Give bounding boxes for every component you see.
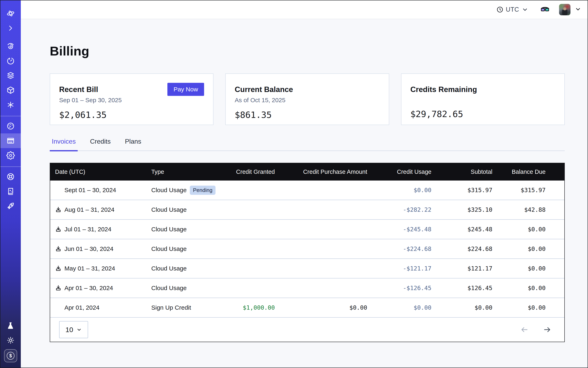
current-balance-amount: $861.35 xyxy=(235,110,380,120)
download-invoice-button[interactable] xyxy=(55,265,62,272)
credits-remaining-amount: $29,782.65 xyxy=(410,109,555,119)
subtotal: $315.97 xyxy=(431,181,492,200)
credit-purchase-amount xyxy=(275,200,367,219)
column-header-type: Type xyxy=(151,163,217,181)
account-menu-button[interactable] xyxy=(575,6,581,13)
table-row: May 01 – 31, 2024 Cloud Usage -$121.17 $… xyxy=(50,259,564,278)
invoice-date: Aug 01 – 31, 2024 xyxy=(64,206,114,213)
table-row: Apr 01, 2024 Sign Up Credit $1,000.00 $0… xyxy=(50,298,564,318)
column-header-subtotal: Subtotal xyxy=(431,163,492,181)
current-balance-card: Current Balance As of Oct 15, 2025 $861.… xyxy=(225,74,389,125)
credit-purchase-amount xyxy=(275,278,367,298)
download-invoice-button[interactable] xyxy=(55,226,62,232)
subtotal: $0.00 xyxy=(431,298,492,317)
rocket-icon[interactable] xyxy=(0,199,21,213)
billing-period: Sep 01 – Sep 30, 2025 xyxy=(59,97,204,104)
recent-bill-card: Recent Bill Sep 01 – Sep 30, 2025 $2,061… xyxy=(50,74,213,125)
credit-purchase-amount xyxy=(275,220,367,239)
cube-icon[interactable] xyxy=(0,83,21,98)
column-header-credit-usage: Credit Usage xyxy=(367,163,431,181)
credits-remaining-card: Credits Remaining $29,782.65 xyxy=(401,74,565,125)
table-footer: 10 xyxy=(50,318,564,342)
tab-plans[interactable]: Plans xyxy=(123,138,143,151)
subtotal: $245.48 xyxy=(431,220,492,239)
invoice-date: Jun 01 – 30, 2024 xyxy=(64,245,113,252)
page-size-select[interactable]: 10 xyxy=(59,321,88,338)
credit-purchase-amount: $0.00 xyxy=(275,298,367,317)
sidebar-item-billing[interactable] xyxy=(0,133,21,148)
chevron-down-icon xyxy=(76,327,82,332)
billing-tabs: Invoices Credits Plans xyxy=(50,138,565,151)
timezone-label: UTC xyxy=(506,6,519,13)
card-title: Credits Remaining xyxy=(410,85,555,94)
sun-icon[interactable] xyxy=(0,333,21,348)
subtotal: $224.68 xyxy=(431,239,492,258)
user-avatar[interactable] xyxy=(559,4,570,15)
subtotal: $121.17 xyxy=(431,259,492,278)
credit-granted xyxy=(217,259,275,278)
tab-credits[interactable]: Credits xyxy=(88,138,113,151)
balance-due: $0.00 xyxy=(492,220,546,239)
balance-due: $0.00 xyxy=(492,298,546,317)
credit-granted xyxy=(217,220,275,239)
credit-purchase-amount xyxy=(275,239,367,258)
balance-due: $0.00 xyxy=(492,278,546,298)
arrow-right-icon xyxy=(543,326,551,334)
timezone-selector[interactable]: UTC xyxy=(497,6,528,13)
invoices-table: Date (UTC) Type Credit Granted Credit Pu… xyxy=(50,163,565,342)
gauge-icon[interactable] xyxy=(0,119,21,133)
spiral-icon[interactable] xyxy=(0,39,21,54)
column-header-credit-granted: Credit Granted xyxy=(217,163,275,181)
credit-usage: -$245.48 xyxy=(367,220,431,239)
topbar: UTC xyxy=(21,0,588,19)
next-page-button[interactable] xyxy=(543,325,552,334)
lifebuoy-icon[interactable] xyxy=(0,169,21,184)
pay-now-button[interactable]: Pay Now xyxy=(167,83,204,96)
credit-usage: $0.00 xyxy=(367,181,431,200)
credit-usage: $0.00 xyxy=(367,298,431,317)
layers-icon[interactable] xyxy=(0,68,21,83)
download-invoice-button[interactable] xyxy=(55,246,62,252)
balance-due: $42.88 xyxy=(492,200,546,219)
chevron-down-icon xyxy=(522,6,528,13)
credit-granted xyxy=(217,181,275,200)
download-invoice-button[interactable] xyxy=(55,285,62,291)
credit-usage: -$224.68 xyxy=(367,239,431,258)
tab-invoices[interactable]: Invoices xyxy=(50,138,78,151)
chevron-right-icon[interactable] xyxy=(0,21,21,36)
balance-due: $315.97 xyxy=(492,181,546,200)
table-row: Jun 01 – 30, 2024 Cloud Usage -$224.68 $… xyxy=(50,239,564,259)
card-title: Current Balance xyxy=(235,85,380,94)
sidebar: $ xyxy=(0,0,21,368)
previous-page-button[interactable] xyxy=(520,325,529,334)
asterisk-icon[interactable] xyxy=(0,98,21,112)
flask-icon[interactable] xyxy=(0,318,21,333)
invoice-date: Sept 01 – 30, 2024 xyxy=(64,187,116,193)
chevron-down-icon xyxy=(575,6,581,13)
timer-icon[interactable] xyxy=(0,54,21,68)
book-sparkle-icon[interactable] xyxy=(0,184,21,199)
3d-glasses-button[interactable] xyxy=(540,5,550,14)
table-row: Sept 01 – 30, 2024 Cloud UsagePending $0… xyxy=(50,181,564,200)
invoice-type: Cloud Usage xyxy=(151,206,187,213)
column-header-date: Date (UTC) xyxy=(55,163,151,181)
logo-orbit-icon[interactable] xyxy=(0,6,21,21)
summary-cards: Recent Bill Sep 01 – Sep 30, 2025 $2,061… xyxy=(50,74,565,125)
sidebar-divider xyxy=(0,166,21,167)
invoice-date: May 01 – 31, 2024 xyxy=(64,265,115,272)
credits-seal-button[interactable]: $ xyxy=(4,349,17,362)
invoice-date: Jul 01 – 31, 2024 xyxy=(64,226,111,233)
status-badge: Pending xyxy=(190,186,215,195)
invoice-type: Sign Up Credit xyxy=(151,304,191,311)
gear-icon[interactable] xyxy=(0,148,21,163)
clock-icon xyxy=(497,6,503,13)
recent-bill-amount: $2,061.35 xyxy=(59,110,204,120)
table-row: Jul 01 – 31, 2024 Cloud Usage -$245.48 $… xyxy=(50,220,564,239)
column-header-credit-purchase: Credit Purchase Amount xyxy=(275,163,367,181)
main-content: Billing Recent Bill Sep 01 – Sep 30, 202… xyxy=(21,19,588,368)
credit-granted xyxy=(217,200,275,219)
invoice-date: Apr 01 – 30, 2024 xyxy=(64,285,113,292)
download-invoice-button[interactable] xyxy=(55,206,62,213)
credit-granted: $1,000.00 xyxy=(217,298,275,317)
balance-due: $0.00 xyxy=(492,239,546,258)
